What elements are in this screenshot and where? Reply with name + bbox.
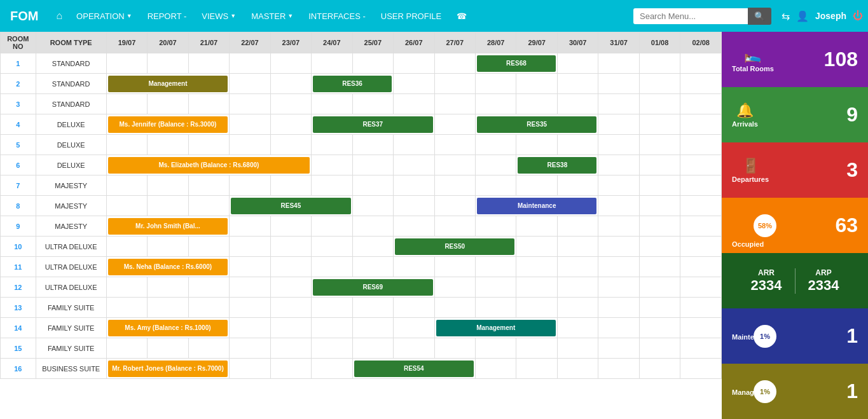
calendar-cell[interactable]: [352, 318, 393, 338]
search-button[interactable]: 🔍: [748, 8, 771, 25]
calendar-cell[interactable]: [352, 94, 393, 114]
calendar-cell[interactable]: [598, 359, 639, 379]
calendar-cell[interactable]: [598, 196, 639, 216]
calendar-cell[interactable]: Ms. Elizabeth (Balance : Rs.6800): [106, 155, 311, 175]
calendar-cell[interactable]: [312, 298, 352, 318]
calendar-cell[interactable]: RES35: [475, 114, 598, 135]
calendar-cell[interactable]: [475, 175, 516, 196]
room-number[interactable]: 10: [1, 237, 36, 257]
calendar-cell[interactable]: [475, 216, 516, 237]
calendar-cell[interactable]: [394, 53, 434, 74]
calendar-cell[interactable]: [639, 135, 680, 155]
calendar-cell[interactable]: [148, 135, 188, 155]
reservation-bar[interactable]: RES37: [313, 116, 432, 133]
calendar-cell[interactable]: [516, 94, 557, 114]
calendar-cell[interactable]: [230, 359, 270, 379]
calendar-cell[interactable]: [516, 257, 557, 277]
calendar-cell[interactable]: [106, 277, 147, 298]
reservation-bar[interactable]: Management: [108, 76, 228, 92]
calendar-cell[interactable]: [598, 257, 639, 277]
reservation-bar[interactable]: Mr. Robert Jones (Balance : Rs.7000): [108, 361, 228, 377]
calendar-cell[interactable]: [312, 175, 352, 196]
search-input[interactable]: [633, 8, 748, 24]
calendar-cell[interactable]: [312, 257, 352, 277]
calendar-cell[interactable]: [312, 155, 352, 175]
calendar-cell[interactable]: [516, 359, 557, 379]
calendar-cell[interactable]: RES45: [230, 196, 352, 216]
calendar-cell[interactable]: [312, 359, 352, 379]
calendar-cell[interactable]: [270, 53, 311, 74]
calendar-cell[interactable]: [680, 216, 722, 237]
calendar-cell[interactable]: RES68: [475, 53, 557, 74]
room-number[interactable]: 6: [1, 155, 36, 175]
calendar-cell[interactable]: [106, 196, 147, 216]
calendar-cell[interactable]: [680, 114, 722, 135]
calendar-cell[interactable]: [394, 196, 434, 216]
power-icon[interactable]: ⏻: [853, 10, 863, 22]
reservation-bar[interactable]: RES50: [395, 238, 514, 255]
calendar-cell[interactable]: [598, 155, 639, 175]
calendar-cell[interactable]: [557, 338, 598, 359]
calendar-cell[interactable]: [639, 74, 680, 94]
calendar-cell[interactable]: [475, 359, 516, 379]
calendar-cell[interactable]: [230, 257, 270, 277]
calendar-cell[interactable]: [434, 135, 475, 155]
calendar-cell[interactable]: [188, 338, 229, 359]
reservation-bar[interactable]: Ms. Jennifer (Balance : Rs.3000): [108, 116, 228, 133]
calendar-cell[interactable]: [352, 53, 393, 74]
reservation-bar[interactable]: Ms. Elizabeth (Balance : Rs.6800): [108, 157, 310, 174]
nav-user-profile[interactable]: USER PROFILE: [375, 8, 448, 25]
nav-operation[interactable]: OPERATION ▼: [70, 8, 139, 25]
calendar-cell[interactable]: [598, 338, 639, 359]
calendar-cell[interactable]: [106, 94, 147, 114]
calendar-cell[interactable]: [148, 237, 188, 257]
calendar-cell[interactable]: [557, 135, 598, 155]
room-number[interactable]: 8: [1, 196, 36, 216]
room-number[interactable]: 3: [1, 94, 36, 114]
calendar-cell[interactable]: [557, 175, 598, 196]
calendar-cell[interactable]: [557, 94, 598, 114]
calendar-cell[interactable]: [230, 175, 270, 196]
calendar-cell[interactable]: [394, 175, 434, 196]
calendar-cell[interactable]: [188, 53, 229, 74]
calendar-cell[interactable]: [230, 318, 270, 338]
calendar-cell[interactable]: [188, 237, 229, 257]
calendar-cell[interactable]: [230, 277, 270, 298]
nav-views[interactable]: VIEWS ▼: [195, 8, 242, 25]
calendar-cell[interactable]: RES36: [312, 74, 394, 94]
room-number[interactable]: 14: [1, 318, 36, 338]
room-number[interactable]: 12: [1, 277, 36, 298]
calendar-cell[interactable]: [516, 237, 557, 257]
calendar-cell[interactable]: [516, 277, 557, 298]
calendar-cell[interactable]: [639, 318, 680, 338]
calendar-cell[interactable]: [188, 196, 229, 216]
calendar-cell[interactable]: RES54: [352, 359, 475, 379]
calendar-cell[interactable]: [516, 135, 557, 155]
room-number[interactable]: 15: [1, 338, 36, 359]
calendar-cell[interactable]: [106, 237, 147, 257]
calendar-cell[interactable]: RES38: [516, 155, 598, 175]
calendar-cell[interactable]: RES37: [312, 114, 434, 135]
calendar-cell[interactable]: [270, 114, 311, 135]
calendar-cell[interactable]: [598, 175, 639, 196]
calendar-cell[interactable]: [434, 257, 475, 277]
calendar-cell[interactable]: [394, 135, 434, 155]
calendar-cell[interactable]: [312, 53, 352, 74]
reservation-bar[interactable]: RES38: [518, 157, 596, 174]
nav-master[interactable]: MASTER ▼: [245, 8, 300, 25]
calendar-cell[interactable]: [475, 94, 516, 114]
calendar-cell[interactable]: [106, 338, 147, 359]
calendar-cell[interactable]: [598, 53, 639, 74]
calendar-cell[interactable]: Maintenance: [475, 196, 598, 216]
nav-phone[interactable]: ☎: [450, 8, 473, 25]
calendar-cell[interactable]: [680, 175, 722, 196]
calendar-cell[interactable]: [188, 94, 229, 114]
calendar-cell[interactable]: [270, 338, 311, 359]
room-number[interactable]: 5: [1, 135, 36, 155]
room-number[interactable]: 11: [1, 257, 36, 277]
calendar-cell[interactable]: [230, 74, 270, 94]
calendar-cell[interactable]: [639, 298, 680, 318]
calendar-cell[interactable]: [639, 359, 680, 379]
nav-interfaces[interactable]: INTERFACES -: [302, 8, 372, 25]
calendar-cell[interactable]: [148, 298, 188, 318]
